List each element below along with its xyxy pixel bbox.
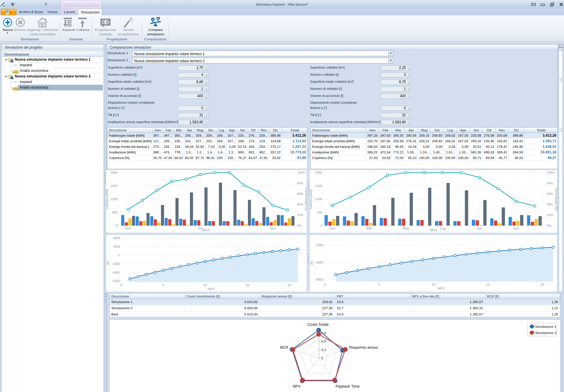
svg-text:Nov: Nov <box>513 226 520 230</box>
svg-text:40%: 40% <box>297 203 303 206</box>
svg-text:NPV: NPV <box>293 384 301 388</box>
svg-text:20: 20 <box>540 283 544 286</box>
svg-text:NPV: NPV <box>438 287 445 290</box>
svg-text:0%: 0% <box>547 224 551 227</box>
svg-text:4000: 4000 <box>113 236 120 240</box>
svg-text:BCR: BCR <box>280 345 288 350</box>
svg-text:5: 5 <box>162 283 164 287</box>
svg-text:Simulazione 1: Simulazione 1 <box>535 325 556 328</box>
svg-text:0: 0 <box>324 283 326 286</box>
svg-text:0%: 0% <box>297 224 302 227</box>
svg-text:500: 500 <box>112 211 118 214</box>
svg-text:0: 0 <box>320 224 322 227</box>
svg-text:Simulazione 2: Simulazione 2 <box>535 331 556 335</box>
svg-text:Mesi: Mesi <box>430 228 437 232</box>
svg-text:40%: 40% <box>547 203 553 206</box>
svg-text:-8000: -8000 <box>315 278 323 281</box>
svg-text:0: 0 <box>321 356 323 360</box>
svg-text:60%: 60% <box>297 192 303 196</box>
svg-text:10: 10 <box>432 283 436 286</box>
svg-text:1500: 1500 <box>315 184 322 188</box>
svg-text:1000: 1000 <box>110 197 118 201</box>
svg-text:-6000: -6000 <box>112 279 120 283</box>
svg-text:80%: 80% <box>547 181 553 185</box>
svg-text:2000: 2000 <box>113 245 120 248</box>
svg-text:2000: 2000 <box>315 171 322 174</box>
svg-text:0: 0 <box>120 283 122 287</box>
svg-text:-2000: -2000 <box>112 262 120 266</box>
svg-text:100%: 100% <box>297 171 305 174</box>
svg-text:Gen: Gen <box>329 226 335 230</box>
svg-text:20%: 20% <box>547 213 553 217</box>
svg-text:[€]: [€] <box>106 261 110 265</box>
svg-text:NPV: NPV <box>208 287 215 291</box>
svg-text:-3000: -3000 <box>315 261 323 264</box>
svg-text:A: A <box>152 18 154 21</box>
svg-text:Payback Time: Payback Time <box>335 384 360 388</box>
svg-text:2000: 2000 <box>316 243 323 247</box>
svg-text:B: B <box>157 17 159 20</box>
svg-text:15: 15 <box>486 283 490 286</box>
svg-text:10: 10 <box>204 283 207 287</box>
svg-text:Costo Totale: Costo Totale <box>307 322 329 327</box>
svg-text:100%: 100% <box>547 171 555 174</box>
svg-text:Mar: Mar <box>366 226 372 230</box>
svg-text:Mesi: Mesi <box>203 228 210 232</box>
svg-text:1500: 1500 <box>110 184 118 188</box>
svg-text:1000: 1000 <box>315 197 322 201</box>
svg-text:20%: 20% <box>297 213 303 217</box>
svg-text:Percentuale [%]: Percentuale [%] <box>305 188 307 211</box>
svg-text:Lug: Lug <box>440 226 445 230</box>
svg-text:500: 500 <box>317 211 322 214</box>
svg-text:[€]: [€] <box>310 261 313 265</box>
svg-text:Energia [kWh]: Energia [kWh] <box>310 189 312 209</box>
svg-text:Energia [kWh]: Energia [kWh] <box>106 189 109 209</box>
svg-text:0,6: 0,6 <box>321 340 326 343</box>
svg-text:-4000: -4000 <box>112 271 120 274</box>
svg-text:0: 0 <box>116 224 118 227</box>
svg-text:0: 0 <box>118 253 120 257</box>
svg-text:Nov: Nov <box>270 226 276 230</box>
svg-text:Percentuale [%]: Percentuale [%] <box>555 188 558 211</box>
svg-text:20: 20 <box>287 283 291 287</box>
svg-text:Gen: Gen <box>125 226 131 230</box>
svg-text:Set: Set <box>477 226 482 230</box>
svg-text:5: 5 <box>378 283 380 286</box>
svg-text:15: 15 <box>245 283 249 287</box>
svg-text:60%: 60% <box>547 192 553 196</box>
svg-text:80%: 80% <box>297 181 303 185</box>
svg-text:Risparmio annuo: Risparmio annuo <box>349 345 378 350</box>
svg-text:2000: 2000 <box>110 171 118 174</box>
svg-text:0,3: 0,3 <box>321 348 326 352</box>
svg-text:Mag: Mag <box>403 226 409 230</box>
